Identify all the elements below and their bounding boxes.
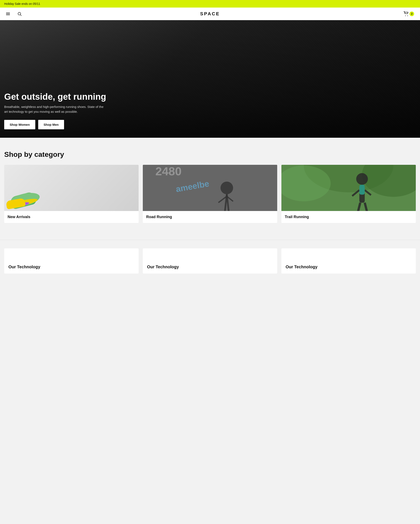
hero-content: Get outside, get running Breathable, wei… (0, 92, 110, 129)
svg-point-3 (18, 12, 21, 15)
shop-men-button[interactable]: Shop Men (38, 120, 64, 129)
hero-subtitle: Breathable, weightless and high-performi… (4, 105, 105, 114)
category-grid: New Arrivals 2480 ameelbe (4, 165, 416, 223)
category-label-road-running: Road Running (143, 211, 277, 223)
header-right: 2 (402, 10, 416, 17)
svg-point-5 (405, 16, 406, 16)
tech-card-title-1: Our Technology (9, 264, 40, 269)
header-left (4, 10, 23, 18)
announcement-bar: Holiday Sale ends on 05/11 (0, 0, 420, 8)
category-card-road-running[interactable]: 2480 ameelbe Road Running (143, 165, 277, 223)
hero-section: Get outside, get running Breathable, wei… (0, 20, 420, 138)
menu-button[interactable] (4, 10, 12, 18)
tech-card-3: Our Technology (281, 248, 416, 274)
cart-badge: 2 (410, 12, 414, 16)
tech-card-title-2: Our Technology (147, 264, 179, 269)
category-image-new-arrivals (4, 165, 139, 211)
category-section-title: Shop by category (4, 150, 416, 158)
hero-title: Get outside, get running (4, 92, 106, 102)
tech-card-1: Our Technology (4, 248, 139, 274)
category-label-new-arrivals: New Arrivals (4, 211, 139, 223)
svg-point-14 (220, 182, 233, 194)
tech-section: Our Technology Our Technology Our Techno… (0, 240, 420, 274)
svg-line-4 (20, 15, 21, 16)
category-card-trail-running[interactable]: Trail Running (281, 165, 416, 223)
svg-rect-31 (359, 185, 365, 195)
trail-running-illustration (281, 165, 416, 211)
cart-icon (404, 11, 409, 16)
header: SPACE 2 (0, 8, 420, 20)
svg-point-6 (407, 16, 408, 16)
svg-text:2480: 2480 (155, 165, 182, 178)
search-button[interactable] (16, 10, 23, 17)
hamburger-icon (5, 11, 10, 16)
category-section: Shop by category New Arrivals (0, 138, 420, 240)
cart-icon-wrap: 2 (404, 11, 414, 16)
shop-women-button[interactable]: Shop Women (4, 120, 35, 129)
svg-point-25 (356, 173, 368, 185)
announcement-text: Holiday Sale ends on 05/11 (4, 2, 40, 5)
cart-button[interactable]: 2 (402, 10, 416, 17)
category-image-road-running: 2480 ameelbe (143, 165, 277, 211)
tech-card-title-3: Our Technology (286, 264, 317, 269)
tech-grid: Our Technology Our Technology Our Techno… (4, 248, 416, 274)
site-logo[interactable]: SPACE (200, 11, 220, 17)
category-card-new-arrivals[interactable]: New Arrivals (4, 165, 139, 223)
category-label-trail-running: Trail Running (281, 211, 416, 223)
road-running-illustration: 2480 ameelbe (143, 165, 277, 211)
tech-card-2: Our Technology (143, 248, 277, 274)
search-icon (17, 12, 22, 16)
hero-buttons: Shop Women Shop Men (4, 120, 106, 129)
new-arrivals-illustration (9, 184, 50, 209)
category-image-trail-running (281, 165, 416, 211)
